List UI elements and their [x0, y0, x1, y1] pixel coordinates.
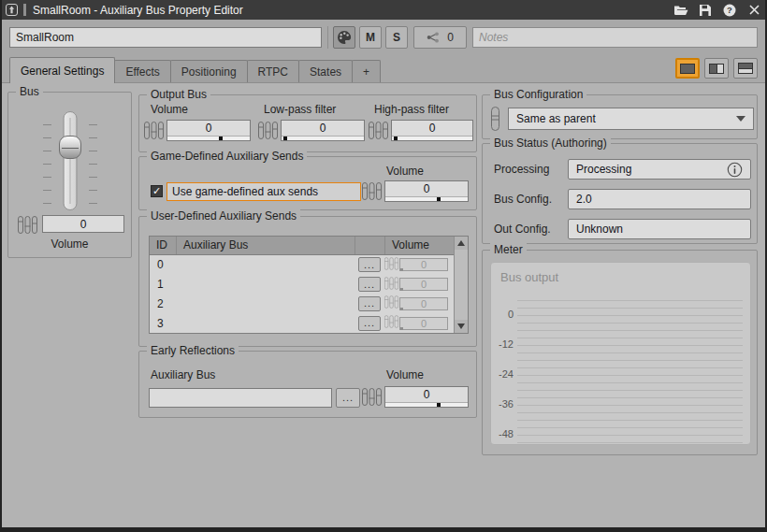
mute-button[interactable]: M — [359, 26, 382, 49]
open-icon[interactable] — [673, 3, 688, 18]
notes-input[interactable] — [472, 27, 758, 48]
browse-button[interactable]: ... — [358, 277, 381, 292]
tab-positioning[interactable]: Positioning — [170, 60, 248, 82]
out-config-label: Out Config. — [494, 223, 568, 236]
aux-bus-property-editor-window: SmallRoom - Auxiliary Bus Property Edito… — [0, 0, 767, 532]
solo-button[interactable]: S — [385, 26, 408, 49]
layout-single-icon — [680, 64, 695, 74]
bus-output-meter: Bus output 0 -12 -24 -36 -48 — [490, 262, 751, 445]
out-config-field: Unknown — [568, 219, 751, 239]
tab-rtpc[interactable]: RTPC — [247, 60, 299, 82]
layout-single-button[interactable] — [675, 58, 700, 79]
mini-slider[interactable] — [392, 136, 472, 140]
table-row[interactable]: 3 ... 0 — [150, 313, 454, 333]
rtpc-icon[interactable] — [144, 122, 164, 143]
bus-config-label: Bus Config. — [494, 193, 568, 206]
window-title: SmallRoom - Auxiliary Bus Property Edito… — [33, 4, 673, 17]
er-aux-bus-label: Auxiliary Bus — [151, 368, 215, 381]
mini-slider[interactable] — [167, 136, 250, 140]
references-button[interactable]: 0 — [413, 26, 467, 49]
layout-columns-icon — [709, 64, 724, 74]
gds-volume-label: Volume — [386, 165, 424, 178]
processing-field: Processing — [568, 159, 751, 180]
mini-slider[interactable] — [282, 136, 364, 140]
game-defined-group-label: Game-Defined Auxiliary Sends — [147, 150, 307, 163]
bus-configuration-group-label: Bus Configuration — [490, 88, 586, 101]
use-game-defined-label[interactable]: Use game-defined aux sends — [166, 182, 361, 201]
tab-add[interactable]: + — [352, 60, 381, 82]
bus-configuration-dropdown[interactable]: Same as parent — [508, 108, 754, 130]
output-volume-field[interactable]: 0 — [166, 120, 251, 141]
table-scrollbar[interactable] — [454, 237, 468, 333]
gds-volume-field[interactable]: 0 — [384, 180, 469, 202]
bus-group-label: Bus — [16, 85, 43, 98]
er-aux-bus-field[interactable] — [149, 388, 332, 408]
er-volume-field[interactable]: 0 — [384, 386, 469, 408]
use-game-defined-checkbox[interactable]: ✓ — [151, 185, 163, 197]
meter-scale-0: 0 — [491, 309, 514, 320]
svg-text:?: ? — [727, 5, 732, 15]
row-id: 3 — [150, 317, 176, 330]
tab-states[interactable]: States — [298, 60, 353, 82]
tab-general-settings[interactable]: General Settings — [9, 57, 115, 83]
table-row[interactable]: 1 ... 0 — [150, 275, 454, 295]
col-volume[interactable]: Volume — [384, 237, 454, 254]
slider-track[interactable] — [63, 111, 77, 210]
fader-icon — [491, 107, 499, 135]
rtpc-icon[interactable] — [18, 216, 37, 237]
rtpc-icon — [384, 314, 398, 332]
rtpc-icon — [384, 295, 398, 312]
object-name-input[interactable] — [9, 27, 322, 48]
table-header: ID Auxiliary Bus Volume — [150, 237, 454, 255]
user-defined-sends-group: User-Defined Auxiliary Sends ID Auxiliar… — [138, 216, 477, 347]
bus-config-field: 2.0 — [568, 189, 751, 209]
scroll-down-icon[interactable] — [455, 320, 468, 333]
layout-columns-button[interactable] — [704, 58, 729, 79]
table-row[interactable]: 2 ... 0 — [150, 294, 454, 313]
slider-handle[interactable] — [59, 136, 81, 159]
meter-scale-24: -24 — [491, 368, 514, 380]
titlebar: SmallRoom - Auxiliary Bus Property Edito… — [0, 0, 767, 20]
pin-icon[interactable] — [6, 4, 18, 16]
rtpc-icon — [384, 256, 398, 274]
table-row[interactable]: 0 ... 0 — [150, 255, 454, 275]
chevron-down-icon — [736, 116, 745, 122]
er-browse-button[interactable]: ... — [336, 388, 360, 408]
help-icon[interactable]: ? — [722, 3, 737, 18]
browse-button[interactable]: ... — [358, 257, 381, 272]
close-icon[interactable] — [746, 3, 761, 18]
bus-status-group: Bus Status (Authoring) Processing Proces… — [482, 143, 758, 244]
bus-configuration-group: Bus Configuration Same as parent — [482, 94, 758, 139]
bus-volume-field[interactable]: 0 — [42, 215, 124, 233]
row-id: 2 — [150, 297, 176, 310]
user-defined-sends-table: ID Auxiliary Bus Volume 0 ... 0 — [149, 236, 469, 334]
info-icon[interactable] — [727, 162, 743, 178]
rtpc-icon[interactable] — [362, 388, 382, 410]
bus-configuration-value: Same as parent — [516, 112, 596, 125]
color-palette-button[interactable] — [333, 26, 355, 49]
browse-button[interactable]: ... — [358, 316, 381, 331]
row-volume-field: 0 — [399, 297, 448, 310]
mini-slider[interactable] — [385, 196, 468, 201]
rtpc-icon[interactable] — [258, 122, 278, 143]
browse-button[interactable]: ... — [358, 296, 381, 311]
tab-effects[interactable]: Effects — [114, 60, 170, 82]
layout-rows-button[interactable] — [733, 58, 758, 79]
user-defined-group-label: User-Defined Auxiliary Sends — [147, 209, 300, 223]
row-volume-field: 0 — [399, 317, 448, 330]
rtpc-icon[interactable] — [362, 182, 382, 204]
row-id: 1 — [150, 278, 176, 291]
mini-slider[interactable] — [385, 402, 468, 407]
save-icon[interactable] — [698, 3, 713, 18]
meter-scale-36: -36 — [491, 398, 514, 410]
bus-volume-slider[interactable] — [43, 111, 97, 214]
col-id[interactable]: ID — [150, 237, 176, 254]
rtpc-icon[interactable] — [369, 122, 388, 143]
col-auxiliary-bus[interactable]: Auxiliary Bus — [176, 237, 355, 254]
scroll-up-icon[interactable] — [455, 237, 468, 250]
lowpass-field[interactable]: 0 — [281, 120, 365, 141]
bus-group: Bus 0 Volume — [7, 92, 132, 258]
general-settings-panel: Bus 0 Volume Output Bus Volume Low-pass … — [2, 82, 765, 527]
highpass-field[interactable]: 0 — [391, 120, 473, 141]
game-defined-sends-group: Game-Defined Auxiliary Sends ✓ Use game-… — [138, 156, 477, 210]
